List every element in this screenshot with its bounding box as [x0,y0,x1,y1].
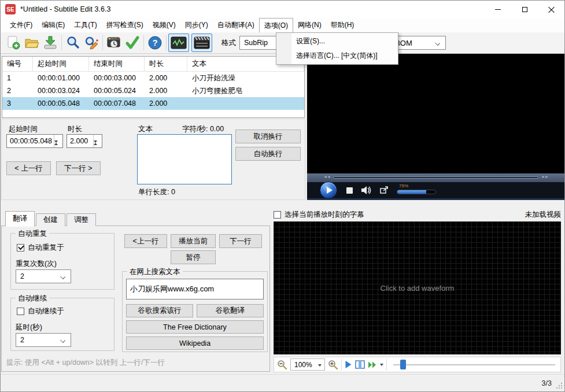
column-header-number[interactable]: 编号 [2,57,33,71]
close-icon [548,6,555,13]
menu-item-autotranslate[interactable]: 自动翻译(A) [213,18,259,32]
play-current-button[interactable]: 播放当前 [171,234,216,248]
spinner-buttons[interactable] [54,135,62,147]
video-toggle-button[interactable] [191,34,212,52]
zoom-out-icon[interactable] [277,360,287,370]
chars-per-second: 字符/秒: 0.00 [182,124,224,134]
find-button[interactable] [64,34,82,52]
checkbox-unchecked-icon[interactable] [17,308,24,315]
web-search-group-title: 在网上搜索文本 [127,267,183,277]
volume-track[interactable] [397,190,436,194]
video-player[interactable]: ◄◄ ►► 75% [307,54,564,200]
web-search-input[interactable] [126,279,264,299]
seek-track[interactable] [333,176,538,179]
volume-slider[interactable]: 75% [397,184,437,197]
waveform-zoom-combobox[interactable]: 100% [290,358,325,371]
auto-repeat-checkbox-row[interactable]: 自动重复于 [17,243,64,253]
open-file-button[interactable] [23,34,41,52]
pause-button[interactable]: 暂停 [171,250,216,264]
menu-item-file[interactable]: 文件(F) [5,18,37,32]
visual-sync-button[interactable] [105,34,123,52]
fullscreen-icon[interactable] [380,186,389,194]
chevron-down-icon[interactable] [380,364,383,366]
repeat-count-combobox[interactable]: 2 [16,269,71,283]
play-button[interactable] [320,182,337,199]
menu-item-settings[interactable]: 设置(S)... [276,34,398,49]
zoom-in-icon[interactable] [328,360,338,370]
menu-item-edit[interactable]: 编辑(E) [37,18,69,32]
close-button[interactable] [538,1,564,18]
google-search-button[interactable]: 谷歌搜索该行 [126,304,193,317]
checkbox-checked-icon[interactable] [17,244,24,252]
replace-button[interactable] [82,34,101,52]
rewind-icon[interactable]: ◄◄ [323,175,330,179]
volume-label: 75% [399,183,408,188]
auto-continue-checkbox-row[interactable]: 自动继续于 [17,306,64,316]
column-header-end[interactable]: 结束时间 [89,57,145,71]
next-line-button-bottom[interactable]: 下一行 [219,234,262,248]
volume-icon[interactable] [361,186,372,195]
waveform-area[interactable]: Click to add waveform [274,221,561,354]
previous-line-button-bottom[interactable]: <上一行 [124,234,167,248]
new-file-button[interactable] [4,34,23,52]
subtitle-row-selected[interactable]: 3 00:00:05.048 00:00:07.048 2.000 [2,97,304,110]
center-video-position-icon[interactable] [355,360,365,369]
play-waveform-icon[interactable] [345,360,352,369]
duration-label: 时长 [68,124,82,134]
slider-thumb[interactable] [400,360,406,369]
tab-adjust[interactable]: 调整 [67,213,96,226]
video-icon [194,36,210,49]
cell-duration: 2.000 [145,97,187,110]
repeat-count-label: 重复次数(次) [16,259,57,269]
subtitle-position-indicator: 3/3 [542,379,552,387]
slider-track[interactable] [393,364,555,365]
cell-number: 1 [2,72,33,84]
cell-end: 00:00:07.048 [89,97,145,110]
start-time-spinner[interactable]: 00:00:05.048 [6,134,63,148]
column-header-duration[interactable]: 时长 [145,57,187,71]
column-header-start[interactable]: 起始时间 [33,57,89,71]
visual-sync-icon [106,35,121,50]
help-button[interactable]: ? [146,34,164,52]
menu-item-options[interactable]: 选项(O) [259,18,293,32]
minimize-button[interactable] [485,1,511,18]
tab-create[interactable]: 创建 [36,213,65,226]
subtitle-row[interactable]: 1 00:00:01.000 00:00:03.000 2.000 小刀开始洗澡 [2,72,304,84]
wikipedia-button[interactable]: Wikipedia [126,336,264,350]
menu-item-tools[interactable]: 工具(T) [69,18,101,32]
minimize-icon [495,9,501,10]
cell-text: 小刀弯腰捡肥皂 [187,84,304,97]
playback-speed-icon[interactable] [368,361,377,369]
tab-translate[interactable]: 翻译 [5,211,35,227]
select-current-subtitle-row[interactable]: 选择当前播放时刻的字幕 [274,210,364,220]
delay-combobox[interactable]: 2 [16,333,71,347]
subtitle-row[interactable]: 2 00:00:03.024 00:00:05.024 2.000 小刀弯腰捡肥… [2,84,304,97]
player-button-row: 75% [307,182,564,198]
subtitle-text-input[interactable] [137,134,232,184]
waveform-toggle-button[interactable] [168,34,189,52]
previous-line-button[interactable]: < 上一行 [6,161,51,175]
spell-check-button[interactable] [123,34,142,52]
waveform-position-slider[interactable] [393,359,557,371]
free-dictionary-button[interactable]: The Free Dictionary [126,320,264,334]
menu-item-help[interactable]: 帮助(H) [326,18,359,32]
save-button[interactable] [41,34,60,52]
menu-item-spellcheck[interactable]: 拼写检查(S) [102,18,148,32]
spinner-buttons[interactable] [93,135,102,147]
checkbox-unchecked-icon[interactable] [274,211,281,219]
menu-item-choose-language[interactable]: 选择语言(C)... [中文(简体)] [276,49,398,63]
menu-item-video[interactable]: 视频(V) [148,18,180,32]
unbreak-button[interactable]: 取消换行 [235,130,301,143]
waveform-header: 选择当前播放时刻的字幕 未加载视频 [274,209,561,220]
fast-forward-icon[interactable]: ►► [541,175,548,179]
seek-bar-row: ◄◄ ►► [307,173,564,182]
autobreak-button[interactable]: 自动换行 [235,147,301,161]
next-line-button[interactable]: 下一行 > [56,161,101,175]
duration-spinner[interactable]: 2.000 [67,134,102,148]
maximize-button[interactable] [511,1,538,18]
menu-item-sync[interactable]: 同步(Y) [180,18,213,32]
google-translate-button[interactable]: 谷歌翻译 [197,304,264,317]
menu-item-network[interactable]: 网络(N) [293,18,326,32]
resize-grip[interactable] [556,382,563,389]
stop-button[interactable] [346,187,353,194]
